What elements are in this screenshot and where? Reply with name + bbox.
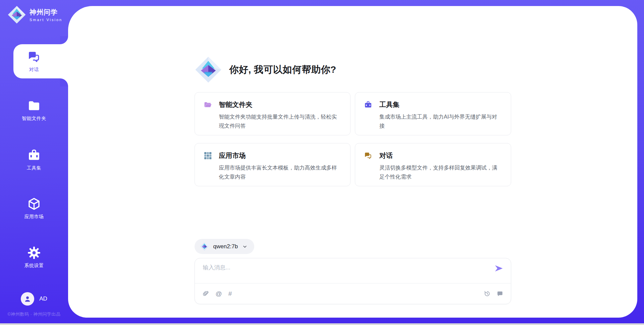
sidebar-item-smart-folder[interactable]: 智能文件夹	[0, 99, 68, 122]
chevron-down-icon	[242, 244, 248, 249]
sidebar-item-label: 对话	[29, 67, 39, 73]
message-composer: @ #	[195, 258, 511, 304]
greeting-text: 你好, 我可以如何帮助你?	[229, 63, 336, 76]
main-panel: 你好, 我可以如何帮助你? 智能文件夹 智能文件夹功能支持批量文件上传与清洗，轻…	[68, 6, 637, 318]
feature-cards: 智能文件夹 智能文件夹功能支持批量文件上传与清洗，轻松实现文件问答 工具集 集成…	[195, 92, 511, 186]
greeting-logo-icon	[195, 56, 222, 83]
card-title: 对话	[379, 151, 393, 160]
toolbox-icon	[27, 148, 41, 162]
card-description: 应用市场提供丰富长文本模板，助力高效生成多样化文章内容	[204, 163, 342, 181]
grid-icon	[204, 151, 212, 160]
chat-bubbles-icon	[27, 50, 41, 64]
sidebar-item-label: 应用市场	[24, 214, 44, 220]
card-app-market[interactable]: 应用市场 应用市场提供丰富长文本模板，助力高效生成多样化文章内容	[195, 143, 351, 186]
person-icon	[23, 295, 32, 303]
history-icon[interactable]	[484, 290, 491, 297]
card-chat[interactable]: 对话 灵活切换多模型文件，支持多样回复效果调试，满足个性化需求	[355, 143, 511, 186]
screen-bottom-edge	[0, 323, 644, 325]
model-selector[interactable]: qwen2:7b	[195, 239, 255, 254]
tab-fillet-bottom	[60, 78, 68, 86]
card-description: 集成市场上主流工具，助力AI与外界无缝扩展与对接	[364, 112, 502, 130]
avatar	[21, 292, 34, 306]
model-name: qwen2:7b	[213, 243, 238, 250]
sidebar-item-label: 系统设置	[24, 263, 44, 269]
card-title: 工具集	[379, 100, 399, 109]
model-logo-icon	[200, 242, 209, 251]
greeting-block: 你好, 我可以如何帮助你?	[195, 56, 511, 83]
send-icon[interactable]	[494, 264, 503, 273]
card-description: 灵活切换多模型文件，支持多样回复效果调试，满足个性化需求	[364, 163, 502, 181]
chat-bubble-icon[interactable]	[496, 290, 503, 297]
sidebar-footer: ©神州数码 · 神州问学出品	[0, 311, 68, 317]
toolbox-icon	[364, 101, 372, 109]
sidebar-item-chat[interactable]: 对话	[0, 50, 68, 73]
card-toolset[interactable]: 工具集 集成市场上主流工具，助力AI与外界无缝扩展与对接	[355, 92, 511, 135]
card-title: 应用市场	[219, 151, 246, 160]
hashtag-icon[interactable]: #	[228, 290, 232, 297]
cube-icon	[27, 197, 41, 211]
sidebar-item-toolset[interactable]: 工具集	[0, 148, 68, 171]
folder-icon	[27, 99, 41, 113]
mention-icon[interactable]: @	[216, 290, 222, 297]
message-input[interactable]	[203, 264, 487, 280]
user-name: AD	[39, 296, 47, 302]
composer-area: qwen2:7b	[195, 239, 511, 254]
app-name: 神州问学	[30, 8, 62, 17]
tab-fillet-top	[60, 36, 68, 44]
chat-bubbles-icon	[364, 151, 372, 160]
gear-icon	[27, 246, 41, 260]
sidebar-item-settings[interactable]: 系统设置	[0, 246, 68, 269]
folder-open-icon	[204, 101, 212, 109]
sidebar-item-label: 智能文件夹	[22, 116, 46, 122]
app-brand: 神州问学 Smart Vision	[7, 5, 62, 24]
app-logo-icon	[7, 5, 26, 24]
sidebar: 神州问学 Smart Vision 对话 智能文件夹 工具集 应	[0, 0, 68, 325]
attachment-icon[interactable]	[202, 290, 209, 297]
card-title: 智能文件夹	[219, 100, 253, 109]
user-account[interactable]: AD	[0, 292, 68, 306]
sidebar-item-app-market[interactable]: 应用市场	[0, 197, 68, 220]
card-description: 智能文件夹功能支持批量文件上传与清洗，轻松实现文件问答	[204, 112, 342, 130]
app-subtitle: Smart Vision	[30, 18, 62, 22]
card-smart-folder[interactable]: 智能文件夹 智能文件夹功能支持批量文件上传与清洗，轻松实现文件问答	[195, 92, 351, 135]
sidebar-item-label: 工具集	[27, 165, 42, 171]
